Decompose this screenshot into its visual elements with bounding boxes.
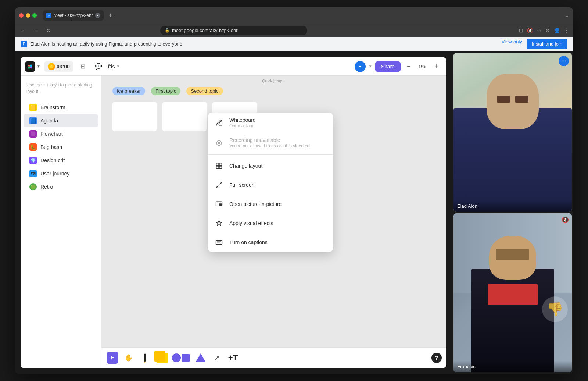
figma-bottom-bar: ✋: [101, 347, 446, 368]
shirt-stripe: [488, 284, 537, 305]
sidebar-item-userjourney[interactable]: 🗺 User journey: [24, 167, 98, 180]
menu-item-full-screen[interactable]: Full screen: [208, 175, 333, 195]
tab-meet-label: Meet - aky-hzpk-ehr: [54, 13, 93, 18]
francois-name: Francois: [457, 364, 476, 369]
timer-value: 03:00: [57, 64, 70, 70]
maximize-window-btn[interactable]: [32, 13, 37, 18]
francois-body: [471, 269, 554, 372]
full-screen-icon: [214, 180, 224, 190]
sidebar-item-agenda[interactable]: 🟦 Agenda: [24, 114, 98, 127]
figma-sidebar: Use the ↑ ↓ keys to pick a starting layo…: [21, 76, 101, 368]
new-tab-btn[interactable]: +: [105, 10, 116, 21]
figma-canvas[interactable]: Quick jump... Ice breaker First topic Se…: [101, 76, 446, 368]
tool-cursor[interactable]: [106, 351, 119, 364]
menu-divider-1: [208, 154, 333, 155]
whiteboard-label: Whiteboard: [229, 117, 256, 123]
tab-meet[interactable]: M Meet - aky-hzpk-ehr ×: [43, 10, 104, 21]
cast-icon[interactable]: ⊡: [519, 28, 523, 33]
designcrit-icon: 💎: [29, 157, 37, 164]
tool-text[interactable]: +T: [226, 351, 240, 364]
nav-reload-btn[interactable]: ↻: [44, 27, 53, 34]
bookmark-icon[interactable]: ☆: [537, 28, 542, 33]
elad-eye-left: [497, 96, 510, 103]
tab-expand-btn[interactable]: ⌄: [565, 13, 569, 18]
avatar-dropdown-icon: ▼: [369, 64, 372, 68]
svg-line-11: [216, 186, 219, 188]
topic-pills: Ice breaker First topic Second topic: [112, 87, 257, 95]
tool-arrow[interactable]: ↗: [210, 351, 223, 364]
svg-point-22: [565, 61, 566, 61]
elad-name: Elad Alon: [457, 203, 477, 209]
mute-tab-icon[interactable]: 🔇: [527, 28, 533, 33]
comment-tool-btn[interactable]: 💬: [93, 61, 104, 72]
sidebar-item-flowchart[interactable]: 🟪 Flowchart: [24, 127, 98, 140]
svg-rect-9: [219, 166, 222, 169]
figma-body: Use the ↑ ↓ keys to pick a starting layo…: [21, 76, 446, 368]
frame-tool-btn[interactable]: ⊞: [77, 61, 89, 72]
view-only-btn[interactable]: View-only: [502, 39, 522, 49]
dots-icon: [561, 58, 566, 64]
tool-triangle[interactable]: [194, 351, 207, 364]
tab-close-btn[interactable]: ×: [95, 13, 100, 18]
sidebar-item-bugbash[interactable]: 🐛 Bug bash: [24, 140, 98, 154]
svg-point-5: [218, 142, 220, 144]
bugbash-label: Bug bash: [40, 144, 62, 150]
menu-item-pip[interactable]: Open picture-in-picture: [208, 195, 333, 214]
whiteboard-icon: [214, 118, 224, 128]
brainstorm-icon: 🟨: [29, 104, 37, 111]
share-button[interactable]: Share: [375, 61, 401, 72]
install-join-btn[interactable]: Install and join: [527, 39, 567, 49]
visual-effects-icon: [214, 218, 224, 228]
tool-shapes[interactable]: [171, 351, 191, 364]
url-text: meet.google.com/aky-hzpk-ehr: [172, 28, 237, 33]
zoom-controls: − 9% +: [404, 61, 442, 72]
figma-file-name[interactable]: fds ▼: [108, 64, 120, 70]
close-window-btn[interactable]: [19, 13, 24, 18]
svg-rect-2: [28, 67, 30, 68]
recording-text: Recording unavailable You're not allowed…: [229, 137, 311, 149]
tool-pencil[interactable]: [138, 351, 151, 364]
sidebar-item-designcrit[interactable]: 💎 Design crit: [24, 154, 98, 167]
svg-rect-6: [216, 163, 219, 166]
canvas-card-2: [162, 102, 207, 131]
menu-item-visual-effects[interactable]: Apply visual effects: [208, 214, 333, 233]
extensions-icon[interactable]: ⚙: [545, 28, 550, 33]
tool-hand[interactable]: ✋: [122, 351, 135, 364]
mute-indicator: 🔇: [562, 216, 569, 223]
svg-rect-13: [219, 203, 222, 206]
zoom-in-btn[interactable]: +: [431, 61, 442, 72]
elad-video-overlay: Elad Alon: [453, 200, 572, 212]
topic-firsttopic: First topic: [151, 87, 180, 95]
url-bar[interactable]: 🔒 meet.google.com/aky-hzpk-ehr: [160, 26, 307, 35]
topic-secondtopic: Second topic: [186, 87, 223, 95]
circle-shape-icon: [172, 353, 181, 362]
beard: [496, 249, 529, 260]
canvas-quick-jump: Quick jump...: [262, 79, 286, 83]
elad-eye-right: [515, 96, 528, 103]
help-button[interactable]: ?: [431, 353, 442, 363]
figma-area: ▼ ⭐ 03:00 ⊞ 💬 fds ▼ E ▼ S: [15, 51, 452, 374]
sticky-notes-icon: [154, 351, 168, 364]
triangle-shape-icon: [196, 353, 206, 362]
video-feed-elad: Elad Alon: [453, 53, 572, 212]
menu-item-whiteboard[interactable]: Whiteboard Open a Jam: [208, 113, 333, 133]
browser-window: M Meet - aky-hzpk-ehr × + ⌄ ← → ↻ 🔒 meet…: [15, 7, 573, 374]
figma-logo-btn[interactable]: ▼: [25, 61, 40, 72]
figma-logo-icon: [25, 61, 35, 72]
nav-forward-btn[interactable]: →: [32, 27, 41, 34]
zoom-out-btn[interactable]: −: [404, 61, 414, 72]
tool-sticky-notes[interactable]: [154, 351, 168, 364]
sidebar-item-brainstorm[interactable]: 🟨 Brainstorm: [24, 101, 98, 114]
thumbs-down-icon: 👎: [542, 296, 568, 322]
traffic-lights: [19, 13, 37, 18]
sidebar-item-retro[interactable]: 🟢 Retro: [24, 180, 98, 193]
profile-icon[interactable]: 👤: [554, 28, 560, 33]
more-icon[interactable]: ⋮: [564, 28, 569, 33]
menu-item-change-layout[interactable]: Change layout: [208, 156, 333, 175]
menu-item-captions[interactable]: Turn on captions: [208, 233, 333, 252]
whiteboard-sublabel: Open a Jam: [229, 123, 256, 128]
topic-icebreaker: Ice breaker: [112, 87, 145, 95]
nav-back-btn[interactable]: ←: [19, 27, 29, 34]
tab-bar: M Meet - aky-hzpk-ehr × +: [43, 10, 562, 21]
minimize-window-btn[interactable]: [26, 13, 30, 18]
